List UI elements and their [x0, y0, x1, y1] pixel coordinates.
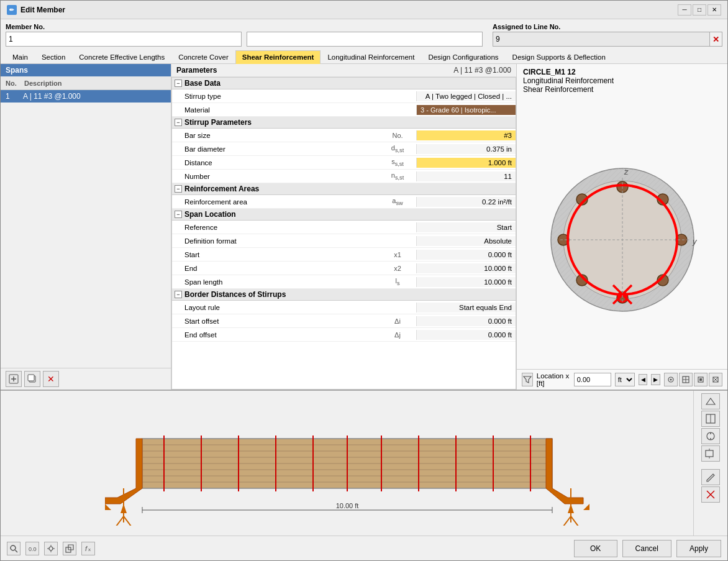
- coords-icon-btn[interactable]: 0.00: [25, 542, 39, 555]
- svg-marker-59: [583, 504, 589, 510]
- content-area: Spans No. Description 1 A | 11 #3 @1.000: [1, 64, 727, 390]
- info-icon-btn[interactable]: [63, 542, 76, 555]
- window-title: Edit Member: [20, 6, 65, 14]
- spans-panel: Spans No. Description 1 A | 11 #3 @1.000: [1, 64, 171, 390]
- section-base-data[interactable]: − Base Data: [172, 78, 516, 89]
- assigned-line-wrap: ✕: [493, 32, 722, 47]
- view-icon-2[interactable]: [679, 373, 693, 386]
- param-reinf-area: Reinforcement area asw 0.22 in²/ft: [172, 195, 516, 209]
- param-span-length: Span length ls 10.000 ft: [172, 275, 516, 289]
- top-section: Member No. Assigned to Line No. ✕: [1, 19, 727, 50]
- tab-concrete-lengths[interactable]: Concrete Effective Lengths: [72, 50, 171, 64]
- edit-btn[interactable]: [701, 469, 720, 485]
- section-reinf-areas[interactable]: − Reinforcement Areas: [172, 183, 516, 195]
- filter-icon-btn[interactable]: [522, 373, 533, 386]
- search-icon-btn[interactable]: [7, 542, 20, 555]
- tab-concrete-cover[interactable]: Concrete Cover: [171, 50, 235, 64]
- param-start-offset: Start offset Δi 0.000 ft: [172, 314, 516, 328]
- copy-span-button[interactable]: [24, 371, 40, 387]
- main-window: ✏ Edit Member ─ □ ✕ Member No. Assigned …: [0, 0, 728, 561]
- param-layout-rule: Layout rule Start equals End: [172, 301, 516, 314]
- params-value-display: A | 11 #3 @1.000: [453, 66, 511, 75]
- location-unit-select[interactable]: ft m: [615, 373, 635, 386]
- svg-point-26: [670, 379, 672, 381]
- assigned-line-group: Assigned to Line No. ✕: [493, 23, 722, 47]
- assigned-line-input[interactable]: [493, 32, 710, 47]
- title-bar: ✏ Edit Member ─ □ ✕: [1, 1, 727, 19]
- maximize-button[interactable]: □: [693, 4, 706, 16]
- cross-section-canvas: z + y: [517, 98, 727, 369]
- svg-point-75: [11, 545, 16, 550]
- svg-point-78: [49, 547, 53, 550]
- location-bar: Location x [ft] ft m ◀ ▶: [517, 369, 727, 390]
- minimize-button[interactable]: ─: [678, 4, 691, 16]
- param-stirrup-type: Stirrup type A | Two legged | Closed | .…: [172, 89, 516, 103]
- svg-text:y: y: [692, 237, 698, 246]
- param-distance: Distance ss,st 1.000 ft: [172, 156, 516, 170]
- param-bar-diameter: Bar diameter ds,st 0.375 in: [172, 142, 516, 156]
- param-reference: Reference Start: [172, 221, 516, 234]
- tab-longitudinal[interactable]: Longitudinal Reinforcement: [321, 50, 421, 64]
- apply-button[interactable]: Apply: [676, 540, 721, 557]
- section-name-reinf: Reinforcement Areas: [184, 185, 259, 193]
- section-toggle-reinf[interactable]: −: [175, 185, 182, 193]
- param-material: Material 3 - Grade 60 | Isotropic...: [172, 103, 516, 117]
- middle-input[interactable]: [247, 32, 483, 47]
- view-icon-4[interactable]: [709, 373, 722, 386]
- location-prev-btn[interactable]: ◀: [639, 374, 648, 385]
- section-toggle-stirrup[interactable]: −: [175, 119, 182, 126]
- tab-shear-reinforcement[interactable]: Shear Reinforcement: [235, 50, 321, 64]
- clear-assigned-button[interactable]: ✕: [710, 32, 722, 47]
- assigned-line-label: Assigned to Line No.: [493, 23, 722, 30]
- member-no-input[interactable]: [6, 32, 242, 47]
- tab-main[interactable]: Main: [6, 50, 35, 64]
- params-panel: Parameters A | 11 #3 @1.000 − Base Data …: [171, 64, 516, 390]
- param-end-offset: End offset Δj 0.000 ft: [172, 328, 516, 342]
- member-no-label: Member No.: [6, 23, 242, 30]
- section-stirrup-params[interactable]: − Stirrup Parameters: [172, 117, 516, 129]
- ok-button[interactable]: OK: [574, 540, 617, 557]
- close-button[interactable]: ✕: [708, 4, 721, 16]
- view-3d-btn[interactable]: [701, 393, 720, 409]
- param-start: Start x1 0.000 ft: [172, 248, 516, 262]
- view-icons-group: [664, 373, 722, 386]
- beam-svg: 10.00 ft: [105, 401, 589, 526]
- span-item-1[interactable]: 1 A | 11 #3 @1.000: [1, 90, 171, 103]
- location-input[interactable]: [574, 373, 611, 386]
- svg-text:+: +: [624, 168, 627, 173]
- view-top-btn[interactable]: [701, 411, 720, 427]
- svg-marker-54: [105, 504, 111, 510]
- section-name-stirrup: Stirrup Parameters: [184, 118, 252, 127]
- svg-marker-56: [546, 439, 583, 504]
- delete-cross-btn[interactable]: [701, 486, 720, 503]
- cross-section-svg: z + y: [532, 144, 712, 324]
- node-icon-btn[interactable]: [44, 542, 58, 555]
- section-name-base-data: Base Data: [184, 79, 221, 88]
- delete-span-button[interactable]: ✕: [43, 371, 59, 387]
- formula-icon-btn[interactable]: fx: [81, 542, 95, 555]
- location-label: Location x [ft]: [537, 372, 570, 387]
- param-number: Number ns,st 11: [172, 170, 516, 183]
- section-toggle-border[interactable]: −: [175, 291, 182, 298]
- param-bar-size: Bar size No. #3: [172, 129, 516, 142]
- view-icon-3[interactable]: [694, 373, 708, 386]
- zoom-btn[interactable]: [701, 445, 720, 462]
- section-border-distances[interactable]: − Border Distances of Stirrups: [172, 289, 516, 301]
- svg-line-76: [16, 550, 18, 552]
- section-toggle-span-loc[interactable]: −: [175, 211, 182, 218]
- svg-text:10.00 ft: 10.00 ft: [335, 502, 358, 509]
- footer-left: 0.00 fx: [7, 542, 95, 555]
- location-next-btn[interactable]: ▶: [651, 374, 660, 385]
- section-toggle-base-data[interactable]: −: [175, 80, 182, 87]
- tab-design-config[interactable]: Design Configurations: [421, 50, 505, 64]
- view-icon-1[interactable]: [664, 373, 678, 386]
- svg-rect-31: [699, 378, 702, 381]
- tab-section[interactable]: Section: [35, 50, 72, 64]
- add-span-button[interactable]: [6, 371, 22, 387]
- cancel-button[interactable]: Cancel: [622, 540, 671, 557]
- section-name-border: Border Distances of Stirrups: [184, 290, 286, 299]
- tab-design-supports[interactable]: Design Supports & Deflection: [506, 50, 612, 64]
- section-span-location[interactable]: − Span Location: [172, 209, 516, 221]
- display-options-btn[interactable]: [701, 428, 720, 444]
- params-table: − Base Data Stirrup type A | Two legged …: [171, 77, 516, 390]
